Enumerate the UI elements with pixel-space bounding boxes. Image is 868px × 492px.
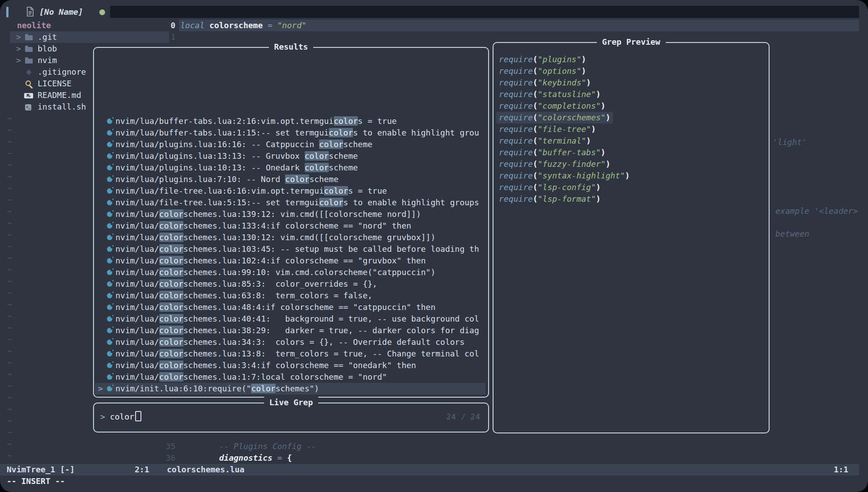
code-token: require [499, 89, 533, 99]
grep-result-row[interactable]: >nvim/lua/colorschemes.lua:133:4:if colo… [95, 220, 485, 232]
lua-icon [107, 200, 112, 205]
grep-result-row[interactable]: >nvim/lua/colorschemes.lua:40:41: backgr… [95, 313, 485, 325]
empty-line-tilde: ~ [7, 345, 12, 357]
code-token: ) [596, 182, 601, 192]
lua-icon [107, 246, 112, 252]
preview-code-line: require("plugins") [496, 54, 589, 65]
empty-line-tilde: ~ [7, 427, 12, 438]
grep-result-row[interactable]: >nvim/lua/colorschemes.lua:48:4:if color… [95, 301, 485, 313]
code-token: require [499, 148, 533, 157]
code-token: local [180, 21, 204, 30]
match-highlight: color [159, 267, 183, 277]
search-query: color [110, 412, 134, 421]
empty-line-tilde: ~ [7, 148, 12, 159]
match-highlight: color [159, 279, 183, 288]
preview-code-line: require("lsp-format") [496, 193, 604, 205]
code-token: "lsp-config" [538, 182, 596, 192]
code-token: ) [596, 89, 601, 99]
grep-result-row[interactable]: >nvim/init.lua:6:10:require("colorscheme… [95, 383, 485, 394]
match-highlight: color [159, 314, 183, 323]
tree-item-.git[interactable]: >.git [0, 31, 170, 43]
code-token: require [499, 124, 533, 134]
tree-item-label: .gitignore [38, 66, 86, 78]
result-text: nvim/lua/colorschemes.lua:99:10: vim.cmd… [115, 267, 435, 278]
empty-line-tilde: ~ [7, 206, 12, 217]
grep-result-row[interactable]: >nvim/lua/buffer-tabs.lua:2:16:vim.opt.t… [95, 115, 485, 127]
code-token: ( [533, 113, 538, 122]
grep-result-row[interactable]: >nvim/lua/colorschemes.lua:1:7:local col… [95, 371, 485, 383]
result-text: nvim/lua/plugins.lua:13:13: -- Gruvbox c… [115, 150, 358, 162]
tree-root-name: neolite [17, 20, 51, 31]
code-token [263, 21, 268, 30]
lua-icon [107, 363, 112, 368]
empty-line-tilde: ~ [7, 369, 12, 380]
lua-icon [107, 142, 112, 147]
grep-result-row[interactable]: >nvim/lua/colorschemes.lua:3:4:if colors… [95, 360, 485, 371]
tree-item-label: blob [38, 43, 57, 55]
code-token: ) [586, 136, 591, 145]
grep-result-row[interactable]: >nvim/lua/plugins.lua:10:13: -- Onedark … [95, 162, 485, 174]
lua-icon [107, 281, 112, 287]
result-text: nvim/lua/file-tree.lua:5:15:-- set termg… [115, 197, 479, 208]
results-window-title: Results [269, 41, 314, 53]
empty-line-tilde: ~ [7, 124, 12, 136]
results-window: Results >nvim/lua/buffer-tabs.lua:2:16:v… [93, 47, 489, 398]
match-highlight: color [334, 116, 358, 126]
tree-item-label: nvim [38, 55, 57, 66]
preview-code-line: require("colorschemes") [496, 112, 613, 123]
code-token: "fuzzy-finder" [538, 159, 606, 169]
result-text: nvim/lua/colorschemes.lua:103:45: -- set… [115, 243, 479, 255]
grep-result-row[interactable]: >nvim/lua/colorschemes.lua:85:3: color_o… [95, 278, 485, 290]
grep-result-row[interactable]: >nvim/lua/colorschemes.lua:13:8: term_co… [95, 348, 485, 360]
lua-icon [107, 212, 112, 217]
code-token: ( [533, 124, 538, 134]
match-highlight: color [329, 128, 353, 137]
grep-result-row[interactable]: >nvim/lua/colorschemes.lua:102:4:if colo… [95, 255, 485, 267]
grep-result-row[interactable]: >nvim/lua/colorschemes.lua:63:8: term_co… [95, 290, 485, 301]
chevron-right-icon[interactable]: > [16, 43, 21, 55]
grep-result-row[interactable]: >nvim/lua/colorschemes.lua:99:10: vim.cm… [95, 267, 485, 278]
grep-result-row[interactable]: >nvim/lua/file-tree.lua:6:16:vim.opt.ter… [95, 185, 485, 197]
buffer-tab-title[interactable]: [No Name] [39, 6, 83, 18]
code-token: ( [533, 194, 538, 204]
chevron-right-icon[interactable]: > [16, 31, 21, 43]
grep-result-row[interactable]: >nvim/lua/colorschemes.lua:103:45: -- se… [95, 243, 485, 255]
grep-result-row[interactable]: >nvim/lua/colorschemes.lua:38:29: darker… [95, 325, 485, 336]
tabline-fill [110, 6, 859, 18]
result-text: nvim/lua/plugins.lua:16:16: -- Catppucci… [115, 139, 372, 150]
tree-selection-band [10, 31, 169, 43]
mode-indicator: -- INSERT -- [7, 475, 65, 487]
empty-line-tilde: ~ [7, 229, 12, 241]
code-line[interactable]: diagnostics = { [180, 452, 292, 464]
lua-icon [107, 188, 112, 194]
grep-result-row[interactable]: >nvim/lua/buffer-tabs.lua:1:15:-- set te… [95, 127, 485, 139]
grep-result-row[interactable]: >nvim/lua/colorschemes.lua:34:3: colors … [95, 336, 485, 348]
match-highlight: color [159, 244, 183, 254]
grep-result-row[interactable]: >nvim/lua/colorschemes.lua:139:12: vim.c… [95, 208, 485, 220]
folder-icon [25, 59, 33, 64]
code-token: ) [601, 148, 606, 157]
live-grep-input[interactable]: > color [100, 411, 141, 423]
code-token: ( [533, 66, 538, 76]
code-token: require [499, 159, 533, 169]
grep-result-row[interactable]: >nvim/lua/plugins.lua:13:13: -- Gruvbox … [95, 150, 485, 162]
code-line[interactable]: local colorscheme = "nord" [180, 20, 306, 31]
lua-icon [107, 177, 112, 182]
result-text: nvim/lua/colorschemes.lua:38:29: darker … [115, 325, 479, 336]
empty-line-tilde: ~ [7, 276, 12, 287]
grep-result-row[interactable]: >nvim/lua/file-tree.lua:5:15:-- set term… [95, 197, 485, 208]
grep-result-row[interactable]: >nvim/lua/plugins.lua:16:16: -- Catppucc… [95, 139, 485, 150]
code-line[interactable]: -- Plugins Config -- [180, 441, 316, 452]
empty-line-tilde: ~ [7, 264, 12, 276]
chevron-right-icon[interactable]: > [16, 55, 21, 66]
grep-result-row[interactable]: >nvim/lua/colorschemes.lua:130:12: vim.c… [95, 232, 485, 243]
code-token [204, 21, 209, 30]
code-token: ) [596, 194, 601, 204]
preview-code-line: require("fuzzy-finder") [496, 158, 613, 170]
grep-result-row[interactable]: >nvim/lua/plugins.lua:7:10: -- Nord colo… [95, 174, 485, 185]
line-number: 35 [159, 441, 175, 452]
empty-line-tilde: ~ [7, 450, 12, 462]
lua-icon [107, 386, 112, 391]
result-text: nvim/lua/colorschemes.lua:3:4:if colorsc… [115, 360, 416, 371]
empty-line-tilde: ~ [7, 322, 12, 334]
